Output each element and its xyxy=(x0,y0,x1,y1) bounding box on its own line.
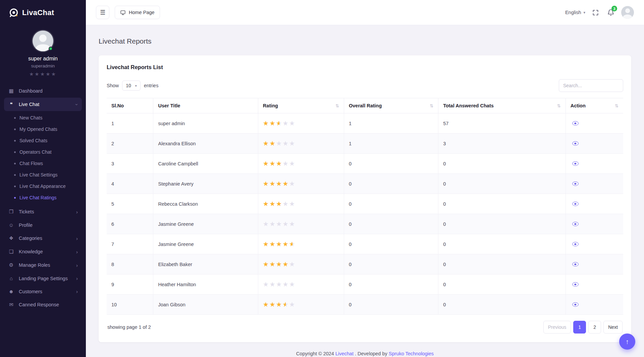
notifications-button[interactable]: 3 xyxy=(606,7,616,17)
menu-toggle-button[interactable]: ☰ xyxy=(96,6,109,19)
cell-user-title: Rebecca Clarkson xyxy=(153,194,258,214)
next-page-button[interactable]: Next xyxy=(603,321,623,334)
eye-icon xyxy=(572,282,579,287)
view-button[interactable] xyxy=(571,260,580,268)
cell-total-answered-chats: 3 xyxy=(438,134,566,154)
view-button[interactable] xyxy=(571,180,580,188)
cell-rating: ★★★★★★★★★★ xyxy=(258,194,344,214)
eye-icon xyxy=(572,161,579,166)
column-header-user-title[interactable]: User Title xyxy=(153,98,258,113)
column-header-total-answered-chats[interactable]: Total Answered Chats⇅ xyxy=(438,98,566,113)
canned-response-icon: ✉ xyxy=(8,302,14,308)
sidebar-item-customers[interactable]: ☻Customers› xyxy=(4,285,82,298)
eye-icon xyxy=(572,121,579,125)
view-button[interactable] xyxy=(571,140,580,147)
table-row: 3Caroline Campbell★★★★★★★★★★00 xyxy=(107,154,623,174)
reports-card: Livechat Reports List Show 10 ▾ entries … xyxy=(99,55,631,342)
table-row: 6Jasmine Greene★★★★★★★★★★00 xyxy=(107,214,623,234)
fullscreen-button[interactable] xyxy=(591,8,600,17)
topbar: ☰ Home Page English ▾ xyxy=(86,0,644,25)
page-button-2[interactable]: 2 xyxy=(588,321,601,334)
sidebar-item-canned-response[interactable]: ✉Canned Response xyxy=(4,298,82,311)
sidebar-item-knowledge[interactable]: ❏Knowledge› xyxy=(4,245,82,258)
cell-total-answered-chats: 0 xyxy=(438,295,566,315)
cell-slno: 8 xyxy=(107,254,153,274)
cell-action xyxy=(566,174,623,194)
chevron-down-icon: ▾ xyxy=(135,84,137,88)
user-avatar[interactable] xyxy=(33,31,53,51)
cell-slno: 1 xyxy=(107,113,153,134)
copyright-text: Copyright © 2024 xyxy=(296,351,334,356)
sidebar-subitem-operators-chat[interactable]: Operators Chat xyxy=(4,146,82,158)
sidebar-item-label: Customers xyxy=(19,289,42,294)
logo[interactable]: LivaChat xyxy=(0,0,86,25)
sidebar-subitem-my-opened-chats[interactable]: My Opened Chats xyxy=(4,123,82,135)
sidebar-subitem-live-chat-settings[interactable]: Live Chat Settings xyxy=(4,169,82,181)
sidebar-item-profile[interactable]: ☺Profile xyxy=(4,218,82,232)
sidebar-subitem-solved-chats[interactable]: Solved Chats xyxy=(4,135,82,146)
livechat-link[interactable]: Livechat xyxy=(335,351,354,356)
showing-text: showing page 1 of 2 xyxy=(107,324,151,330)
tickets-icon: ❒ xyxy=(8,209,14,215)
bullet-icon xyxy=(14,117,16,119)
cell-user-title: Caroline Campbell xyxy=(153,154,258,174)
cell-overall-rating: 0 xyxy=(344,295,438,315)
cell-overall-rating: 0 xyxy=(344,154,438,174)
sidebar-subitem-live-chat-ratings[interactable]: Live Chat Ratings xyxy=(4,192,82,203)
sidebar-subitem-new-chats[interactable]: New Chats xyxy=(4,112,82,123)
cell-action xyxy=(566,254,623,274)
column-header-action[interactable]: Action⇅ xyxy=(566,98,623,113)
page-button-1[interactable]: 1 xyxy=(573,321,586,334)
cell-overall-rating: 0 xyxy=(344,214,438,234)
view-button[interactable] xyxy=(571,200,580,208)
cell-action xyxy=(566,295,623,315)
view-button[interactable] xyxy=(571,160,580,167)
cell-user-title: Joan Gibson xyxy=(153,295,258,315)
column-header-overall-rating[interactable]: Overall Rating⇅ xyxy=(344,98,438,113)
star-rating: ★★★★★★★★★★ xyxy=(263,120,296,126)
sidebar: LivaChat super admin superadmin ★★★★★★★★… xyxy=(0,0,86,357)
view-button[interactable] xyxy=(571,240,580,248)
table-row: 9Heather Hamilton★★★★★★★★★★00 xyxy=(107,274,623,295)
header-avatar[interactable] xyxy=(621,6,634,19)
scroll-to-top-button[interactable]: ↑ xyxy=(619,334,635,350)
cell-user-title: super admin xyxy=(153,113,258,134)
categories-icon: ❖ xyxy=(8,235,14,241)
sidebar-subitem-live-chat-appearance[interactable]: Live Chat Appearance xyxy=(4,181,82,192)
sidebar-subitem-chat-flows[interactable]: Chat Flows xyxy=(4,158,82,169)
column-header-sl-no[interactable]: Sl.No xyxy=(107,98,153,113)
cell-total-answered-chats: 0 xyxy=(438,214,566,234)
home-page-button[interactable]: Home Page xyxy=(115,6,160,19)
cell-overall-rating: 1 xyxy=(344,113,438,134)
star-rating: ★★★★★★★★★★ xyxy=(263,281,296,288)
star-rating: ★★★★★★★★★★ xyxy=(263,160,296,167)
submenu-item-label: Operators Chat xyxy=(19,149,52,155)
sidebar-item-live-chat[interactable]: ❝Live Chat› xyxy=(4,98,82,111)
view-button[interactable] xyxy=(571,119,580,127)
cell-slno: 9 xyxy=(107,274,153,295)
column-header-rating[interactable]: Rating⇅ xyxy=(258,98,344,113)
card-title: Livechat Reports List xyxy=(107,64,623,70)
fullscreen-icon xyxy=(592,9,599,16)
spruko-link[interactable]: Spruko Technologies xyxy=(389,351,434,356)
cell-total-answered-chats: 0 xyxy=(438,194,566,214)
page-content: Livechat Reports Livechat Reports List S… xyxy=(86,25,644,357)
cell-action xyxy=(566,234,623,254)
live-chat-icon: ❝ xyxy=(8,101,14,107)
bullet-icon xyxy=(14,186,16,187)
language-selector[interactable]: English ▾ xyxy=(565,10,585,15)
sidebar-item-categories[interactable]: ❖Categories› xyxy=(4,232,82,245)
entries-select[interactable]: 10 ▾ xyxy=(122,81,141,91)
sidebar-item-landing-page-settings[interactable]: ⌂Landing Page Settings› xyxy=(4,272,82,285)
sidebar-item-manage-roles[interactable]: ⚙Manage Roles› xyxy=(4,258,82,272)
sidebar-item-tickets[interactable]: ❒Tickets› xyxy=(4,205,82,218)
sidebar-item-dashboard[interactable]: ▦Dashboard xyxy=(4,84,82,98)
bullet-icon xyxy=(14,163,16,164)
view-button[interactable] xyxy=(571,220,580,228)
search-input[interactable] xyxy=(559,79,623,92)
cell-total-answered-chats: 0 xyxy=(438,234,566,254)
previous-page-button[interactable]: Previous xyxy=(543,321,571,334)
view-button[interactable] xyxy=(571,301,580,308)
cell-rating: ★★★★★★★★★★ xyxy=(258,295,344,315)
view-button[interactable] xyxy=(571,280,580,288)
